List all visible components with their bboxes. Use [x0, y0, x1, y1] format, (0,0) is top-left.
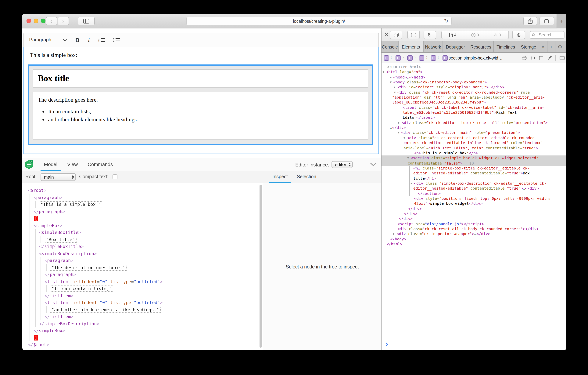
inspector-tab-model[interactable]: Model	[39, 158, 62, 171]
bold-button[interactable]: B	[75, 37, 80, 43]
reload-icon[interactable]: ↻	[444, 18, 448, 24]
dom-tree-node[interactable]: </body>	[381, 236, 567, 242]
model-tree-node[interactable]: "It can contain lists,"	[22, 285, 263, 292]
simple-box-title[interactable]: Box title	[32, 69, 368, 88]
sidebar-button[interactable]	[78, 17, 95, 25]
breadcrumb-element-badge[interactable]: E	[396, 55, 401, 60]
model-tree-node[interactable]: "Box title"	[22, 236, 263, 243]
model-tree-node[interactable]: <simpleBoxDescription>	[22, 250, 263, 257]
dom-tree-node[interactable]: label_e63cbbfece34c53ce23501062343f49b8"…	[381, 100, 567, 105]
inspector-tab-view[interactable]: View	[62, 158, 83, 171]
dom-tree-node[interactable]: ▼<section class="simple-box ck-widget ck…	[381, 155, 567, 161]
details-sidebar-icon[interactable]	[560, 56, 565, 60]
model-tree-node[interactable]: </simpleBoxTitle>	[22, 243, 263, 250]
devtools-tab-console[interactable]: Console	[381, 41, 399, 52]
side-tab-selection[interactable]: Selection	[292, 171, 321, 183]
new-tab-button[interactable]: +	[556, 14, 567, 28]
more-tabs-button[interactable]: »	[539, 41, 547, 52]
breadcrumb-element-badge[interactable]: E	[384, 55, 389, 60]
root-select[interactable]: main	[41, 173, 76, 181]
devtools-tab-debugger[interactable]: Debugger	[443, 41, 468, 52]
devtools-tab-timelines[interactable]: Timelines	[494, 41, 518, 52]
model-tree-node[interactable]: [	[22, 215, 263, 222]
dom-tree-node[interactable]: </div>	[381, 206, 567, 211]
bulleted-list-button[interactable]	[113, 38, 120, 42]
dom-tree-node[interactable]: ▶<div class="ck ck-editor__top ck-reset_…	[381, 120, 567, 125]
back-button[interactable]: ‹	[46, 17, 57, 25]
breadcrumb-element-badge[interactable]: E	[407, 55, 413, 60]
model-tree-node[interactable]: <listItem listIndent="0" listType="bulle…	[22, 278, 263, 285]
model-tree-node[interactable]: <simpleBox>	[22, 222, 263, 229]
dom-tree-node[interactable]: </div>	[381, 216, 567, 221]
breadcrumb-element-badge[interactable]: E	[419, 55, 424, 60]
model-tree-node[interactable]: <paragraph>	[22, 194, 263, 201]
dom-tree-node[interactable]: <script src="dist/bundle.js"></script>	[381, 221, 567, 226]
dom-tree-node[interactable]: corners ck-editor__editable_inline ck-fo…	[381, 140, 567, 145]
model-tree-node[interactable]: "and other block elements like headings.…	[22, 306, 263, 313]
breadcrumb-selected-node[interactable]: section.simple-box.ck-wid…	[449, 55, 503, 60]
model-tree-node[interactable]: "The description goes here."	[22, 264, 263, 271]
italic-button[interactable]: I	[88, 36, 90, 43]
dom-tree-node[interactable]: ▶<div id="editor" style="display: none;"…	[381, 85, 567, 90]
dom-tree-node[interactable]: <p>This is a simple box:</p>	[381, 151, 567, 156]
dom-tree-node[interactable]: contenteditable="false"> = $0	[381, 161, 567, 166]
dom-tree-node[interactable]: …</div>	[381, 125, 567, 130]
model-tree-node[interactable]: </paragraph>	[22, 208, 263, 215]
collapse-inspector-button[interactable]	[370, 163, 377, 166]
model-tree-node[interactable]: </$root>	[22, 341, 263, 348]
devtools-tab-resources[interactable]: Resources	[468, 41, 494, 52]
dom-tree-node[interactable]: ▶<head>…</head>	[381, 75, 567, 80]
devtools-settings-button[interactable]: ⚙	[556, 41, 565, 52]
model-tree-node[interactable]: </paragraph>	[22, 271, 263, 278]
dom-tree-node[interactable]: aria-label="Rich Text Editor, main" cont…	[381, 145, 567, 151]
dom-tree-node[interactable]: ▼<body class="ck-inspector-body-expanded…	[381, 80, 567, 85]
model-tree-node[interactable]: <simpleBoxTitle>	[22, 229, 263, 236]
simple-box-description[interactable]: The description goes here. It can contai…	[32, 92, 368, 140]
dom-tree-node[interactable]: ▼<html lang="en">	[381, 70, 567, 75]
model-tree-node[interactable]: <$root>	[22, 187, 263, 194]
simple-box-widget[interactable]: Box title The description goes here. It …	[28, 65, 373, 145]
dom-tree-node[interactable]: ▶<div class="ck-inspector-wrapper">…</di…	[381, 232, 567, 237]
model-tree-node[interactable]: ]	[22, 334, 263, 341]
heading-dropdown[interactable]: Paragraph	[29, 37, 67, 43]
breadcrumb-element-badge[interactable]: E	[442, 55, 448, 60]
model-tree-node[interactable]: </simpleBoxDescription>	[22, 320, 263, 327]
model-tree-node[interactable]: <paragraph>	[22, 257, 263, 264]
dom-tree-node[interactable]: ▼<div class="ck ck-editor__main" role="p…	[381, 130, 567, 135]
add-devtools-tab-button[interactable]: +	[547, 41, 556, 52]
dom-tree-node[interactable]: </div>	[381, 211, 567, 216]
model-tree-node[interactable]: <listItem listIndent="0" listType="bulle…	[22, 299, 263, 306]
model-tree-node[interactable]: </simpleBox>	[22, 327, 263, 334]
devtools-search-field[interactable]: ▾ Search	[530, 31, 565, 39]
forward-button[interactable]: ›	[58, 17, 69, 25]
close-devtools-button[interactable]: ✕	[385, 32, 388, 37]
devtools-tab-storage[interactable]: Storage	[518, 41, 539, 52]
dom-tree-node[interactable]: ▼<div class="ck ck-reset ck-editor ck-ro…	[381, 90, 567, 95]
side-tab-inspect[interactable]: Inspect	[268, 171, 292, 183]
dom-tree-node[interactable]: ▼<div class="ck ck-content ck-editor__ed…	[381, 135, 567, 141]
minimize-window-button[interactable]	[34, 19, 38, 23]
inspector-tab-commands[interactable]: Commands	[83, 158, 118, 171]
numbered-list-button[interactable]: 1 2	[98, 38, 105, 42]
breadcrumb-element-badge[interactable]: E	[431, 55, 436, 60]
compact-text-checkbox[interactable]	[113, 174, 117, 179]
share-button[interactable]	[523, 17, 537, 25]
dom-tree-node[interactable]: <label class="ck ck-label ck-voice-label…	[381, 105, 567, 110]
reload-page-button[interactable]: ↻	[424, 31, 436, 39]
dom-tree-node[interactable]: label_e63cbbfece34c53ce23501062343f49b8"…	[381, 110, 567, 115]
detach-devtools-button[interactable]	[390, 31, 402, 39]
address-bar[interactable]: localhost/creating-a-plugin/ ↻	[186, 17, 452, 25]
tree-scrollbar[interactable]	[260, 185, 262, 348]
resource-status-button[interactable]: 4 !0 ⚠0	[441, 31, 509, 39]
editor-instance-select[interactable]: editor	[332, 161, 353, 168]
dom-tree-node[interactable]: </html>	[381, 242, 567, 247]
grid-view-icon[interactable]	[539, 56, 543, 60]
show-tabs-button[interactable]	[539, 17, 554, 25]
dom-tree-node[interactable]: 42px;">simple box widget</div>	[381, 201, 567, 206]
dom-tree-node[interactable]: "application" dir="ltr" lang="en" aria-l…	[381, 95, 567, 100]
print-icon[interactable]	[522, 56, 527, 60]
styles-brush-icon[interactable]	[547, 56, 552, 60]
editable-area[interactable]: This is a simple box: Box title The desc…	[23, 47, 379, 154]
code-brackets-icon[interactable]	[530, 56, 535, 60]
devtools-tab-network[interactable]: Network	[424, 41, 443, 52]
